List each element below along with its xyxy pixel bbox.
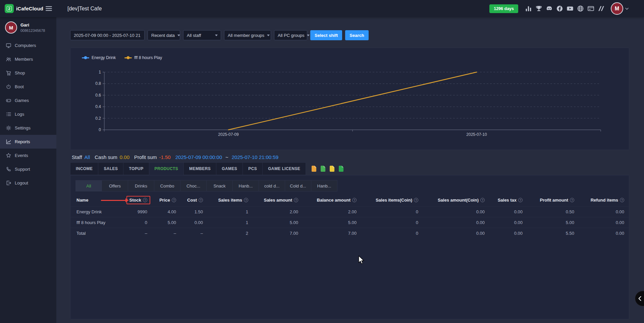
sidebar-item-computers[interactable]: Computers (0, 39, 56, 52)
menu-toggle-button[interactable] (46, 6, 52, 11)
app-logo-glyph: 2 (7, 6, 11, 11)
sidebar-item-support[interactable]: Support (0, 162, 56, 176)
member-group-select[interactable]: All member groups (224, 30, 271, 40)
tab-games[interactable]: GAMES (216, 162, 243, 175)
data-source-select[interactable]: Recent data (148, 30, 180, 40)
tab-members[interactable]: MEMBERS (183, 162, 216, 175)
sidebar-item-logs[interactable]: Logs (0, 107, 56, 121)
products-table-wrap: NameStock?Price?Cost?Sales items?Sales a… (70, 194, 629, 238)
cell: 2.00 (254, 206, 304, 217)
table-row: fff 8 hours Play05.000.0015.005.0000.000… (70, 217, 630, 228)
info-icon[interactable]: ? (352, 198, 357, 202)
col-balance-amount: Balance amount? (304, 194, 362, 206)
cell: 0.00 (424, 217, 490, 228)
discord-icon[interactable] (546, 5, 553, 12)
legend-label: fff 8 hours Play (134, 55, 162, 60)
subscription-days-badge[interactable]: 1296 days (489, 4, 518, 13)
gear-icon (6, 125, 11, 131)
info-icon[interactable]: ? (480, 198, 485, 202)
user-menu[interactable]: M (611, 2, 629, 15)
subtab-choc-4[interactable]: Choc... (180, 180, 207, 192)
export-excel-icon[interactable] (339, 166, 343, 172)
subtab-cold-d-8[interactable]: Cold d... (285, 180, 311, 192)
cell: Energy Drink (70, 206, 116, 217)
sidebar-item-games[interactable]: Games (0, 94, 56, 107)
subtab-drinks-2[interactable]: Drinks (128, 180, 154, 192)
equalizer-icon[interactable] (525, 5, 532, 12)
sidebar-item-reports[interactable]: Reports (0, 135, 56, 149)
legend-label: Energy Drink (92, 55, 116, 60)
select-value: All PC groups (278, 33, 304, 38)
cell: 0.00 (580, 228, 630, 238)
cell: 1.50 (181, 206, 208, 217)
info-icon[interactable]: ? (518, 198, 523, 202)
svg-text:0.4: 0.4 (95, 104, 101, 109)
sidebar-item-events[interactable]: Events (0, 149, 56, 162)
search-button[interactable]: Search (345, 30, 368, 40)
info-icon[interactable]: ? (199, 198, 203, 202)
subtab-cold-d-7[interactable]: cold d... (259, 180, 285, 192)
youtube-icon[interactable] (567, 5, 574, 12)
tab-sales[interactable]: SALES (98, 162, 123, 175)
legend-item[interactable]: Energy Drink (82, 55, 116, 60)
tab-topup[interactable]: TOPUP (123, 162, 149, 175)
sidebar-item-label: Logout (15, 180, 28, 185)
select-shift-button[interactable]: Select shift (310, 30, 342, 40)
cell: 0.00 (424, 206, 490, 217)
cell: 9990 (116, 206, 153, 217)
page: { "colors": { "accent_blue": "#2f96fb", … (0, 0, 644, 323)
info-icon[interactable]: ? (143, 198, 147, 202)
sidebar-item-boot[interactable]: Boot (0, 80, 56, 94)
info-icon[interactable]: ? (172, 198, 176, 202)
info-icon[interactable]: ? (570, 198, 574, 202)
diagonal-bars-icon[interactable] (598, 5, 605, 12)
staff-select[interactable]: All staff (183, 30, 221, 40)
info-icon[interactable]: ? (294, 198, 298, 202)
subtab-hanb-9[interactable]: Hanb... (311, 180, 337, 192)
export-pdf-icon[interactable] (312, 166, 316, 172)
subtab-combo-3[interactable]: Combo (154, 180, 180, 192)
legend-marker-icon (124, 57, 132, 58)
svg-text:1: 1 (99, 70, 101, 74)
export-csv-icon[interactable] (321, 166, 325, 172)
sidebar-item-settings[interactable]: Settings (0, 121, 56, 135)
sidebar-item-label: Settings (15, 125, 31, 130)
pc-group-select[interactable]: All PC groups (274, 30, 307, 40)
sidebar-item-members[interactable]: Members (0, 52, 56, 66)
logo-area: 2 iCafeCloud (0, 4, 56, 13)
subtab-snack-5[interactable]: Snack (206, 180, 233, 192)
caret-down-icon (177, 35, 180, 36)
tab-income[interactable]: INCOME (70, 162, 98, 175)
sidebar-item-logout[interactable]: Logout (0, 176, 56, 190)
cash-sum-label: Cash sum (95, 154, 117, 160)
info-icon[interactable]: ? (620, 198, 624, 202)
info-icon[interactable]: ? (244, 198, 248, 202)
tab-pcs[interactable]: PCS (243, 162, 263, 175)
app-logo[interactable]: 2 iCafeCloud (5, 4, 43, 13)
info-icon[interactable]: ? (414, 198, 418, 202)
sidebar-item-shop[interactable]: Shop (0, 66, 56, 80)
legend-item[interactable]: fff 8 hours Play (124, 55, 162, 60)
globe-icon[interactable] (577, 5, 584, 12)
svg-text:0.6: 0.6 (95, 93, 101, 98)
caret-down-icon (267, 35, 270, 36)
billing-card-icon[interactable] (587, 5, 594, 12)
user-card[interactable]: M Gari 008612345678 (0, 17, 56, 39)
facebook-icon[interactable] (556, 5, 563, 12)
tab-products[interactable]: PRODUCTS (149, 162, 184, 175)
export-xls-icon[interactable] (330, 166, 334, 172)
subtab-all-0[interactable]: All (75, 180, 102, 192)
period-start: 2025-07-09 00:00:00 (175, 154, 222, 160)
power-icon (6, 84, 11, 90)
avatar: M (611, 2, 623, 15)
sidebar-item-label: Shop (15, 70, 25, 75)
cell: 5.00 (528, 217, 580, 228)
subtab-offers-1[interactable]: Offers (102, 180, 128, 192)
column-label: Sales amount(Coin) (438, 198, 479, 203)
trophy-icon[interactable] (535, 5, 542, 12)
tab-game-license[interactable]: GAME LICENSE (262, 162, 306, 175)
topbar-icon-list (525, 5, 605, 12)
subtab-hanb-6[interactable]: Hanb... (232, 180, 259, 192)
date-range-input[interactable] (70, 30, 145, 40)
col-cost: Cost? (181, 194, 208, 206)
